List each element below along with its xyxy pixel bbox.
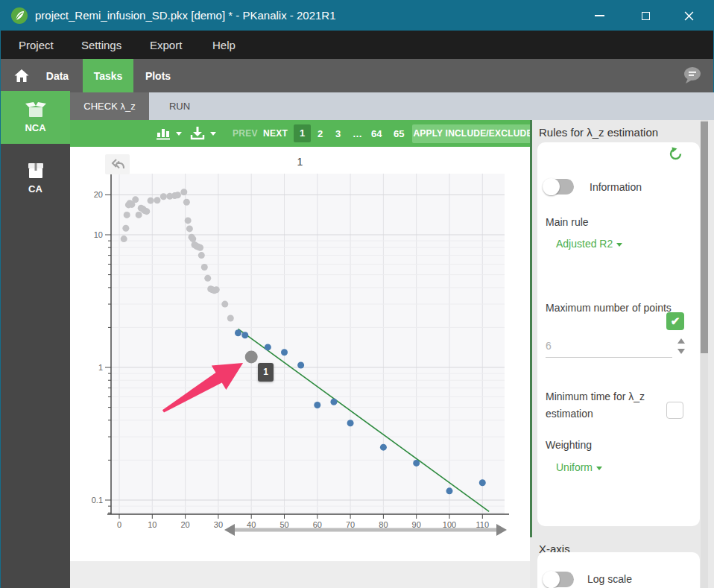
title-bar: project_Remi_infusion_SD.pkx [demo] * - … xyxy=(1,1,713,31)
page-number-65[interactable]: 65 xyxy=(394,128,404,139)
main-rule-label: Main rule xyxy=(546,216,589,228)
slider-right-arrow-icon[interactable] xyxy=(496,524,507,536)
excluded-points[interactable] xyxy=(221,301,228,308)
spinner-up-icon[interactable] xyxy=(677,338,685,344)
included-points[interactable] xyxy=(330,399,337,405)
nav-tab-bar: Data Tasks Plots xyxy=(1,59,713,92)
slider-left-arrow-icon[interactable] xyxy=(224,524,235,536)
included-points[interactable] xyxy=(413,460,420,467)
max-points-input[interactable]: 6 xyxy=(546,340,552,352)
close-button[interactable] xyxy=(672,1,706,31)
tab-tasks[interactable]: Tasks xyxy=(83,59,133,92)
excluded-points[interactable] xyxy=(174,192,181,198)
settings-panel: Rules for λ_z estimation Information Mai… xyxy=(530,120,714,588)
page-number-3[interactable]: 3 xyxy=(335,128,341,139)
input-underline xyxy=(546,357,672,358)
scrollbar-thumb[interactable] xyxy=(701,121,708,353)
min-time-checkbox[interactable] xyxy=(666,402,683,419)
information-toggle[interactable] xyxy=(543,179,574,195)
excluded-points[interactable] xyxy=(213,286,220,293)
excluded-points[interactable] xyxy=(121,235,127,242)
weighting-label: Weighting xyxy=(546,439,592,451)
x-tick-label: 80 xyxy=(379,520,388,529)
excluded-points[interactable] xyxy=(143,208,150,215)
excluded-points[interactable] xyxy=(185,217,192,224)
selected-excluded-point[interactable] xyxy=(245,350,258,363)
app-window: project_Remi_infusion_SD.pkx [demo] * - … xyxy=(0,0,714,588)
export-caret-icon[interactable] xyxy=(210,132,216,136)
excluded-points[interactable] xyxy=(132,196,139,203)
min-time-label: Minimum time for λ_z estimation xyxy=(546,388,666,423)
excluded-points[interactable] xyxy=(197,244,203,251)
excluded-points[interactable] xyxy=(189,235,196,242)
weighting-select[interactable]: Uniform xyxy=(556,461,602,473)
included-points[interactable] xyxy=(235,329,241,336)
excluded-points[interactable] xyxy=(136,212,142,218)
included-points[interactable] xyxy=(314,402,320,408)
chart-type-caret-icon[interactable] xyxy=(176,132,182,136)
x-tick-label: 50 xyxy=(279,520,288,529)
window-title: project_Remi_infusion_SD.pkx [demo] * - … xyxy=(35,9,336,22)
undo-icon xyxy=(110,159,125,171)
log-scale-toggle[interactable] xyxy=(543,572,574,587)
excluded-points[interactable] xyxy=(160,193,167,200)
sidebar-item-ca[interactable]: CA xyxy=(1,152,70,200)
home-icon[interactable] xyxy=(13,67,31,85)
menu-project[interactable]: Project xyxy=(19,39,54,51)
prev-page-button[interactable]: PREV xyxy=(233,128,258,139)
x-tick-label: 70 xyxy=(346,520,355,529)
excluded-points[interactable] xyxy=(122,225,129,232)
lambda-z-plot-card: 201010.10102030405060708090100110 1 1 xyxy=(70,147,530,561)
subtab-check-lambda-z[interactable]: CHECK λ_z xyxy=(70,92,149,120)
plot-toolbar: PREV NEXT 1 2 3 … 64 65 APPLY INCLUDE/EX… xyxy=(70,120,530,147)
open-box-icon xyxy=(25,101,47,119)
max-points-checkbox[interactable]: ✔ xyxy=(666,312,684,330)
page-number-2[interactable]: 2 xyxy=(317,128,323,139)
closed-box-icon xyxy=(26,161,45,180)
tab-plots[interactable]: Plots xyxy=(135,59,181,92)
included-points[interactable] xyxy=(297,361,304,368)
menu-export[interactable]: Export xyxy=(150,39,182,51)
minimize-button[interactable] xyxy=(582,1,616,31)
subtab-strip: CHECK λ_z RUN xyxy=(70,92,714,120)
excluded-points[interactable] xyxy=(201,264,208,271)
maximize-button[interactable] xyxy=(628,1,663,31)
excluded-points[interactable] xyxy=(124,212,130,218)
excluded-points[interactable] xyxy=(186,225,193,232)
included-points[interactable] xyxy=(241,332,248,338)
next-page-button[interactable]: NEXT xyxy=(263,128,288,139)
bar-chart-icon[interactable] xyxy=(156,126,172,141)
spinner-down-icon[interactable] xyxy=(677,349,685,354)
excluded-points[interactable] xyxy=(154,197,160,203)
included-points[interactable] xyxy=(281,349,288,355)
included-points[interactable] xyxy=(446,487,453,494)
included-points[interactable] xyxy=(265,344,271,350)
tab-data[interactable]: Data xyxy=(34,59,81,92)
x-tick-label: 100 xyxy=(443,520,456,529)
page-number-1[interactable]: 1 xyxy=(294,124,311,142)
excluded-points[interactable] xyxy=(183,199,190,206)
lambda-z-plot[interactable]: 201010.10102030405060708090100110 xyxy=(70,147,530,561)
menu-settings[interactable]: Settings xyxy=(81,39,121,51)
export-download-icon[interactable] xyxy=(189,125,206,142)
main-rule-select[interactable]: Adjusted R2 xyxy=(556,238,622,250)
included-points[interactable] xyxy=(479,479,486,486)
excluded-points[interactable] xyxy=(204,275,211,282)
apply-include-exclude-button[interactable]: APPLY INCLUDE/EXCLUDE xyxy=(412,124,534,143)
sidebar-item-nca[interactable]: NCA xyxy=(1,91,70,144)
panel-divider[interactable] xyxy=(530,120,532,537)
included-points[interactable] xyxy=(380,444,387,451)
undo-zoom-button[interactable] xyxy=(105,154,130,174)
excluded-points[interactable] xyxy=(227,314,234,321)
page-number-64[interactable]: 64 xyxy=(371,128,382,139)
panel-scrollbar[interactable] xyxy=(701,120,708,588)
included-points[interactable] xyxy=(347,420,354,426)
menu-help[interactable]: Help xyxy=(212,39,236,51)
excluded-points[interactable] xyxy=(198,252,205,259)
subtab-run[interactable]: RUN xyxy=(149,92,210,120)
reset-icon[interactable] xyxy=(669,147,683,161)
feedback-bubble-icon[interactable] xyxy=(682,66,703,85)
excluded-points[interactable] xyxy=(180,189,187,195)
plot-area[interactable] xyxy=(111,174,505,514)
excluded-points[interactable] xyxy=(148,197,154,204)
